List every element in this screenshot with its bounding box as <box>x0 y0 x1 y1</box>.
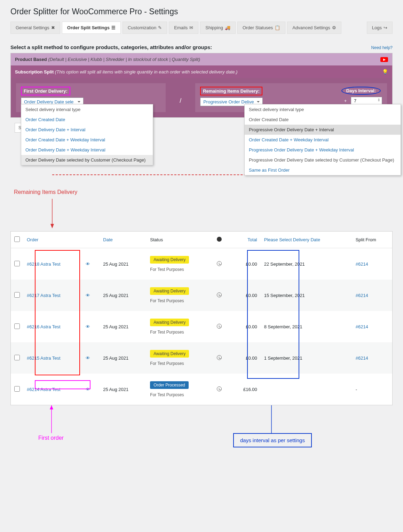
truck-icon: 🚚 <box>225 25 230 30</box>
status-note: For Test Purposes <box>150 361 210 366</box>
col-split-from: Split From <box>352 232 393 248</box>
tab-label: Order Split Settings <box>67 25 110 30</box>
row-checkbox[interactable] <box>14 355 20 360</box>
delivery-date: 1 September, 2021 <box>261 342 352 374</box>
dropdown-option[interactable]: Select delivery interval type <box>21 104 153 115</box>
delivery-date: 8 September, 2021 <box>261 311 352 342</box>
bulb-icon[interactable]: 💡 <box>382 69 388 75</box>
preview-eye-icon[interactable]: 👁 <box>86 355 90 361</box>
sliders-icon: ☰ <box>111 25 116 30</box>
col-delivery[interactable]: Please Select Delivery Date <box>261 232 352 248</box>
split-from-link[interactable]: #6214 <box>356 261 368 267</box>
split-from-cell: - <box>352 374 393 405</box>
status-note: For Test Purposes <box>150 267 210 272</box>
row-checkbox[interactable] <box>14 386 20 392</box>
settings-tabs: General Settings ✖Order Split Settings ☰… <box>10 22 393 34</box>
row-checkbox[interactable] <box>14 261 20 266</box>
dropdown-option[interactable]: Progressive Order Delivery Date + Weekda… <box>245 145 401 155</box>
product-based-desc: (Default | Exclusive | Klubb | Shredder … <box>48 57 200 62</box>
order-link[interactable]: #6217 Astra Test <box>27 293 61 298</box>
order-total: £0.00 <box>230 311 261 342</box>
note-icon[interactable] <box>217 292 222 297</box>
note-icon[interactable] <box>217 261 222 266</box>
note-icon[interactable] <box>217 386 222 391</box>
tab-label: General Settings <box>16 25 49 30</box>
dropdown-option[interactable]: Select delivery interval type <box>245 104 401 115</box>
delivery-date: 15 September, 2021 <box>261 280 352 311</box>
bottom-arrows <box>10 405 393 454</box>
status-badge: Awaiting Delivery <box>150 350 189 358</box>
tab-order-split-settings[interactable]: Order Split Settings ☰ <box>62 22 121 34</box>
row-checkbox[interactable] <box>14 323 20 329</box>
dropdown-option[interactable]: Order Created Date <box>245 115 401 125</box>
subscription-split-desc: (This option will split all items with s… <box>55 69 238 75</box>
delivery-date: 22 September, 2021 <box>261 248 352 280</box>
youtube-icon[interactable]: ▶ <box>380 57 388 62</box>
delivery-date <box>261 374 352 405</box>
tab-customization[interactable]: Customization ✎ <box>123 22 167 34</box>
note-icon[interactable] <box>217 355 222 360</box>
preview-eye-icon[interactable]: 👁 <box>86 293 90 298</box>
need-help-link[interactable]: Need help? <box>371 45 393 50</box>
status-note: For Test Purposes <box>150 298 210 303</box>
subscription-split-row[interactable]: Subscription Split (This option will spl… <box>11 65 392 78</box>
dropdown-option[interactable]: Order Delivery Date + Interval <box>21 125 153 135</box>
clipboard-icon: 📋 <box>275 25 280 30</box>
tab-emails[interactable]: Emails ✉ <box>169 22 198 34</box>
split-from-link[interactable]: #6214 <box>356 324 368 329</box>
dropdown-option[interactable]: Progressive Order Delivery Date selected… <box>245 155 401 165</box>
dropdown-option[interactable]: Order Delivery Date + Weekday Interval <box>21 145 153 155</box>
col-order[interactable]: Order <box>23 232 82 248</box>
svg-marker-3 <box>50 405 53 409</box>
order-link[interactable]: #6218 Astra Test <box>27 261 61 267</box>
status-badge: Awaiting Delivery <box>150 319 189 326</box>
tab-general-settings[interactable]: General Settings ✖ <box>10 22 60 34</box>
col-icon <box>213 232 230 248</box>
row-checkbox[interactable] <box>14 292 20 298</box>
order-total: £0.00 <box>230 342 261 374</box>
table-row: #6216 Astra Test👁25 Aug 2021Awaiting Del… <box>11 311 393 342</box>
split-from-cell: #6214 <box>352 342 393 374</box>
dropdown-option[interactable]: Same as First Order <box>245 165 401 175</box>
tab-order-statuses[interactable]: Order Statuses 📋 <box>237 22 285 34</box>
tab-logs[interactable]: Logs ↪ <box>367 22 393 34</box>
table-row: #6214 Astra Test👁25 Aug 2021Order Proces… <box>11 374 393 405</box>
preview-eye-icon[interactable]: 👁 <box>86 324 90 329</box>
preview-eye-icon[interactable]: 👁 <box>86 387 90 392</box>
remaining-items-dropdown: Select delivery interval typeOrder Creat… <box>244 104 401 175</box>
preview-eye-icon[interactable]: 👁 <box>86 261 90 267</box>
tab-label: Emails <box>174 25 188 30</box>
dropdown-option[interactable]: Order Created Date + Weekday Interval <box>21 135 153 145</box>
status-note: For Test Purposes <box>150 392 210 397</box>
order-link[interactable]: #6214 Astra Test <box>27 387 61 392</box>
section-heading: Select a split method to configure produ… <box>10 44 212 50</box>
order-total: £0.00 <box>230 280 261 311</box>
annotation-days-interval: days interval as per settings <box>233 433 312 447</box>
split-from-cell: #6214 <box>352 248 393 280</box>
product-based-row[interactable]: Product Based (Default | Exclusive | Klu… <box>11 53 392 65</box>
dropdown-option[interactable]: Order Created Date + Weekday Interval <box>245 135 401 145</box>
annotation-remaining-items: Remaining Items Delivery <box>14 189 393 195</box>
days-interval-input[interactable]: 7 <box>351 97 382 105</box>
tab-advanced-settings[interactable]: Advanced Settings ⚙ <box>287 22 341 34</box>
orders-table: Order Date Status Total Please Select De… <box>10 231 393 405</box>
days-interval-label: Days Interval: <box>341 87 381 95</box>
dropdown-option[interactable]: Order Delivery Date selected by Customer… <box>21 155 153 165</box>
order-total: £16.00 <box>230 374 261 405</box>
split-from-link[interactable]: #6214 <box>356 293 368 298</box>
select-all-checkbox[interactable] <box>14 236 20 242</box>
dropdown-option[interactable]: Progressive Order Delivery Date + Interv… <box>245 125 401 135</box>
order-date: 25 Aug 2021 <box>100 311 147 342</box>
order-link[interactable]: #6215 Astra Test <box>27 355 61 361</box>
tools-icon: ✖ <box>51 25 55 30</box>
order-link[interactable]: #6216 Astra Test <box>27 324 61 329</box>
svg-marker-1 <box>50 224 54 228</box>
subscription-split-label: Subscription Split <box>15 69 54 75</box>
dropdown-option[interactable]: Order Created Date <box>21 115 153 125</box>
col-status: Status <box>147 232 213 248</box>
col-total[interactable]: Total <box>230 232 261 248</box>
split-from-link[interactable]: #6214 <box>356 355 368 361</box>
note-icon[interactable] <box>217 324 222 329</box>
col-date[interactable]: Date <box>100 232 147 248</box>
tab-shipping[interactable]: Shipping 🚚 <box>200 22 236 34</box>
